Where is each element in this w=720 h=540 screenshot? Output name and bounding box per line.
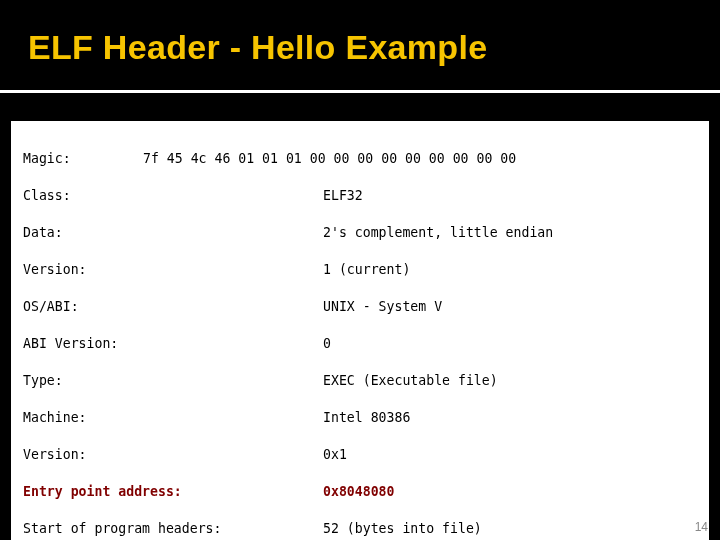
row-version2: Version:0x1 (23, 446, 697, 465)
row-class: Class:ELF32 (23, 187, 697, 206)
row-entry: Entry point address:0x8048080 (23, 483, 697, 502)
value-osabi: UNIX - System V (323, 299, 442, 314)
slide: ELF Header - Hello Example Magic:7f 45 4… (0, 0, 720, 540)
label-machine: Machine: (23, 409, 323, 428)
page-number: 14 (695, 520, 708, 534)
value-startph: 52 (bytes into file) (323, 521, 482, 536)
title-underline (0, 90, 720, 93)
label-class: Class: (23, 187, 323, 206)
label-startph: Start of program headers: (23, 520, 323, 539)
label-type: Type: (23, 372, 323, 391)
label-data: Data: (23, 224, 323, 243)
label-entry: Entry point address: (23, 483, 323, 502)
row-version1: Version:1 (current) (23, 261, 697, 280)
value-abiversion: 0 (323, 336, 331, 351)
value-version2: 0x1 (323, 447, 347, 462)
row-data: Data:2's complement, little endian (23, 224, 697, 243)
label-abiversion: ABI Version: (23, 335, 323, 354)
value-version1: 1 (current) (323, 262, 410, 277)
value-type: EXEC (Executable file) (323, 373, 498, 388)
slide-title: ELF Header - Hello Example (28, 28, 487, 67)
row-startph: Start of program headers:52 (bytes into … (23, 520, 697, 539)
row-type: Type:EXEC (Executable file) (23, 372, 697, 391)
value-entry: 0x8048080 (323, 484, 394, 499)
elf-header-listing: Magic:7f 45 4c 46 01 01 01 00 00 00 00 0… (23, 131, 697, 540)
label-magic: Magic: (23, 150, 143, 169)
value-data: 2's complement, little endian (323, 225, 553, 240)
elf-header-box: Magic:7f 45 4c 46 01 01 01 00 00 00 00 0… (10, 120, 710, 540)
row-abiversion: ABI Version:0 (23, 335, 697, 354)
row-osabi: OS/ABI:UNIX - System V (23, 298, 697, 317)
label-version1: Version: (23, 261, 323, 280)
value-machine: Intel 80386 (323, 410, 410, 425)
value-class: ELF32 (323, 188, 363, 203)
value-magic: 7f 45 4c 46 01 01 01 00 00 00 00 00 00 0… (143, 151, 516, 166)
row-machine: Machine:Intel 80386 (23, 409, 697, 428)
row-magic: Magic:7f 45 4c 46 01 01 01 00 00 00 00 0… (23, 150, 697, 169)
label-version2: Version: (23, 446, 323, 465)
label-osabi: OS/ABI: (23, 298, 323, 317)
